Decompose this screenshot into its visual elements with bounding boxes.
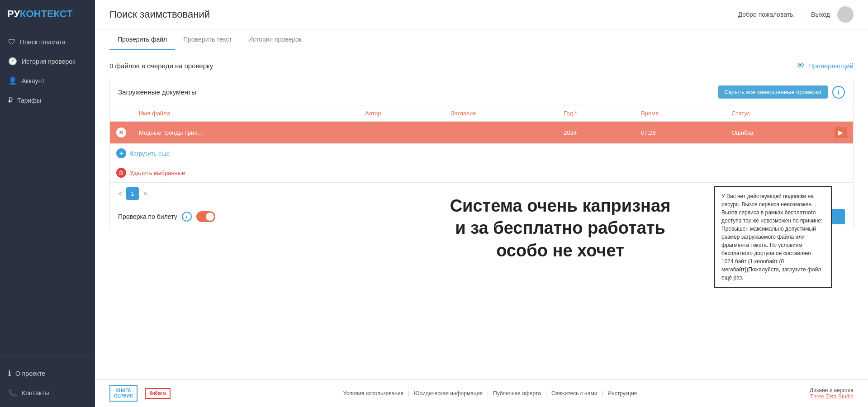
col-action [828, 105, 853, 122]
row-filename: Модные тренды прих... [133, 122, 359, 144]
documents-table: Имя файла Автор Заглавие Год * Время Ста… [110, 105, 853, 144]
sidebar-item-history[interactable]: 🕐 История проверок [0, 52, 95, 71]
col-year: Год * [557, 105, 635, 122]
tooltip-text: У Вас нет действующей подписки на ресурс… [721, 193, 822, 281]
col-author: Автор [359, 105, 444, 122]
tab-label: Проверить файл [118, 36, 167, 43]
footer-right: Дизайн и верстка Three Zeta Studio [810, 387, 854, 400]
user-icon: 👤 [8, 76, 17, 85]
row-author [359, 122, 444, 144]
sidebar-item-about[interactable]: ℹ О проекте [0, 364, 95, 383]
arrow-right-icon[interactable]: ▶ [835, 127, 847, 138]
checking-label: Проверяющий [808, 62, 854, 70]
sidebar-item-label: Контакты [22, 389, 49, 397]
info-circle-button[interactable]: i [832, 86, 845, 99]
ruble-icon: ₽ [8, 96, 13, 104]
doc-card-title: Загруженные документы [118, 88, 196, 96]
delete-selected-button[interactable]: 🗑 Удалить выбранные [116, 168, 185, 178]
contact-link[interactable]: Свяжитесь с нами [551, 390, 597, 397]
history-icon: 🕐 [8, 57, 17, 66]
legal-link[interactable]: Юридическая информация [414, 390, 483, 397]
sidebar-item-contacts[interactable]: 📞 Контакты [0, 383, 95, 402]
sidebar-nav: 🛡 Поиск плагиата 🕐 История проверок 👤 Ак… [0, 28, 95, 356]
checking-badge: 👁 Проверяющий [797, 61, 854, 71]
sep1: | [408, 390, 409, 397]
ticket-info-icon[interactable]: i [182, 212, 192, 222]
hide-completed-button[interactable]: Скрыть все завершенные проверки [718, 85, 828, 99]
sidebar: РУКОНТЕКСТ 🛡 Поиск плагиата 🕐 История пр… [0, 0, 95, 407]
bibkom-logo: бибком [145, 388, 171, 399]
ticket-label: Проверка по билету [118, 213, 177, 220]
ticket-toggle[interactable] [196, 211, 215, 222]
manual-link[interactable]: Инструкция [607, 390, 637, 397]
logo-kontekst: КОНТЕКСТ [20, 8, 72, 19]
delete-label: Удалить выбранные [130, 170, 185, 176]
queue-row: 0 файлов в очереди на проверку 👁 Проверя… [109, 61, 854, 71]
delete-row: 🗑 Удалить выбранные [110, 163, 853, 183]
prev-page-button[interactable]: < [116, 190, 123, 197]
upload-more-label: Загрузить еще [130, 150, 170, 157]
kniga-sservis-logo: КНИГАСЕРВИС [109, 385, 138, 402]
sidebar-item-tariffs[interactable]: ₽ Тарифы [0, 90, 95, 110]
table-header-row: Имя файла Автор Заглавие Год * Время Ста… [110, 105, 853, 122]
sidebar-item-label: История проверок [22, 58, 75, 65]
shield-icon: 🛡 [8, 38, 15, 46]
logo[interactable]: РУКОНТЕКСТ [0, 0, 95, 28]
row-error-icon: ✕ [110, 122, 133, 144]
design-label: Дизайн и верстка [810, 387, 854, 393]
queue-text: 0 файлов в очереди на проверку [109, 62, 213, 70]
content-area: 0 файлов в очереди на проверку 👁 Проверя… [95, 50, 868, 379]
offer-link[interactable]: Публичная оферта [493, 390, 541, 397]
tooltip-popup: У Вас нет действующей подписки на ресурс… [714, 186, 832, 288]
divider: | [802, 11, 804, 18]
sidebar-item-account[interactable]: 👤 Аккаунт [0, 71, 95, 90]
avatar [837, 6, 854, 23]
tabs: Проверить файл Проверить текст История п… [95, 29, 868, 50]
row-status: Ошибка [725, 122, 828, 144]
main-content: Поиск заимствований Добро пожаловать, | … [95, 0, 868, 407]
sidebar-bottom: ℹ О проекте 📞 Контакты [0, 356, 95, 407]
row-year: 2024 [557, 122, 635, 144]
table-row: ✕ Модные тренды прих... 2024 07:28 Ошибк… [110, 122, 853, 144]
sep3: | [545, 390, 547, 397]
welcome-text: Добро пожаловать, [738, 11, 795, 18]
info-icon: ℹ [8, 369, 11, 378]
col-status: Статус [725, 105, 828, 122]
header-right: Добро пожаловать, | Выход [738, 6, 854, 23]
tab-label: История проверок [248, 36, 302, 43]
sidebar-item-plagiarism[interactable]: 🛡 Поиск плагиата [0, 33, 95, 52]
tab-history[interactable]: История проверок [240, 29, 310, 50]
page-1-button[interactable]: 1 [126, 187, 139, 200]
logout-button[interactable]: Выход [811, 11, 830, 18]
sep2: | [487, 390, 489, 397]
row-time: 07:28 [635, 122, 725, 144]
add-more-row: + Загрузить еще [110, 144, 853, 163]
footer: КНИГАСЕРВИС бибком Условия использования… [95, 379, 868, 407]
header: Поиск заимствований Добро пожаловать, | … [95, 0, 868, 29]
footer-links: Условия использования | Юридическая инфо… [343, 390, 637, 397]
next-page-button[interactable]: > [142, 190, 149, 197]
tab-label: Проверить текст [183, 36, 232, 43]
footer-logos: КНИГАСЕРВИС бибком [109, 385, 171, 402]
row-title [445, 122, 558, 144]
logo-ru: РУ [7, 8, 20, 19]
large-text-line3: особо не хочет [429, 239, 692, 261]
col-checkbox [110, 105, 133, 122]
col-time: Время [635, 105, 725, 122]
studio-label: Three Zeta Studio [810, 393, 854, 400]
eye-icon: 👁 [797, 61, 805, 71]
doc-card-header: Загруженные документы Скрыть все заверше… [110, 79, 853, 105]
plus-icon: + [116, 148, 126, 158]
upload-more-button[interactable]: + Загрузить еще [116, 148, 170, 158]
sidebar-item-label: О проекте [15, 370, 45, 377]
sidebar-item-label: Аккаунт [22, 77, 45, 85]
sep4: | [602, 390, 603, 397]
error-circle-icon: ✕ [116, 128, 126, 137]
terms-link[interactable]: Условия использования [343, 390, 403, 397]
row-action[interactable]: ▶ [828, 122, 853, 144]
trash-icon: 🗑 [116, 168, 126, 178]
tab-check-text[interactable]: Проверить текст [175, 29, 240, 50]
sidebar-item-label: Тарифы [17, 97, 41, 104]
tab-check-file[interactable]: Проверить файл [109, 29, 175, 50]
col-title: Заглавие [445, 105, 558, 122]
